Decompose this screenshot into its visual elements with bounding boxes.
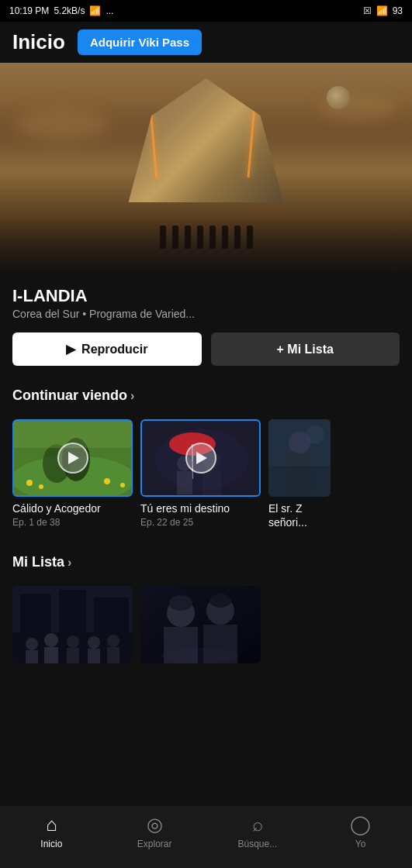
status-sim-icon: ☒ <box>363 5 372 16</box>
status-dots: ... <box>106 5 113 16</box>
svg-point-43 <box>169 595 192 611</box>
status-time: 10:19 PM <box>9 5 49 16</box>
status-network: 5.2kB/s <box>54 5 85 16</box>
mylist-title: Mi Lista › <box>12 554 400 570</box>
continue-watching-arrow[interactable]: › <box>130 389 134 403</box>
hero-banner <box>0 63 412 280</box>
svg-point-45 <box>161 648 239 663</box>
nav-item-profile[interactable]: ◯ Yo <box>309 814 412 849</box>
svg-point-31 <box>67 636 79 648</box>
play-overlay-2 <box>185 443 216 474</box>
continue-thumb-3[interactable] <box>268 419 331 497</box>
continue-card-1[interactable]: Cálido y Acogedor Ep. 1 de 38 <box>12 419 133 529</box>
play-triangle-1 <box>68 452 79 464</box>
explore-icon: ◎ <box>147 814 163 835</box>
continue-label-2: Tú eres mi destino <box>140 501 261 515</box>
play-triangle-2 <box>196 452 207 464</box>
svg-point-27 <box>26 638 38 650</box>
hero-info: I-LANDIA Corea del Sur • Programa de Var… <box>0 280 412 323</box>
continue-watching-section: Continuar viendo › <box>0 375 412 419</box>
mylist-button-label: + Mi Lista <box>277 343 334 356</box>
play-button-label: Reproducir <box>81 343 147 356</box>
svg-point-6 <box>104 478 110 484</box>
svg-rect-26 <box>94 598 129 632</box>
svg-point-4 <box>26 480 33 486</box>
add-to-mylist-button[interactable]: + Mi Lista <box>211 332 400 366</box>
continue-card-3-partial[interactable]: El sr. Z señori... <box>268 419 331 529</box>
hero-cloud1 <box>16 109 109 140</box>
svg-point-29 <box>44 633 58 647</box>
svg-rect-28 <box>26 650 38 663</box>
hero-planet <box>327 86 350 109</box>
continue-thumb-1[interactable] <box>12 419 133 497</box>
svg-rect-36 <box>107 647 119 663</box>
play-icon: ▶ <box>66 342 75 356</box>
nav-label-search: Búsque... <box>238 839 278 849</box>
mylist-row[interactable] <box>0 586 412 663</box>
continue-sublabel-2: Ep. 22 de 25 <box>140 517 261 528</box>
mylist-arrow[interactable]: › <box>68 556 71 570</box>
mylist-card-1[interactable] <box>12 586 133 663</box>
mylist-section: Mi Lista › <box>0 542 412 586</box>
home-icon: ⌂ <box>46 814 57 835</box>
status-battery: 93 <box>393 5 403 16</box>
svg-point-7 <box>120 483 125 487</box>
viki-pass-button[interactable]: Adquirir Viki Pass <box>78 29 202 55</box>
continue-label-3: El sr. Z señori... <box>268 501 331 529</box>
search-icon: ⌕ <box>252 814 263 835</box>
app-header: Inicio Adquirir Viki Pass <box>0 22 412 63</box>
nav-label-explore: Explorar <box>137 839 172 849</box>
svg-point-5 <box>39 484 43 489</box>
continue-watching-title: Continuar viendo › <box>12 388 400 404</box>
continue-thumb-2[interactable] <box>140 419 261 497</box>
hero-action-buttons: ▶ Reproducir + Mi Lista <box>0 323 412 375</box>
nav-item-explore[interactable]: ◎ Explorar <box>103 814 206 849</box>
hero-title: I-LANDIA <box>12 286 400 306</box>
svg-point-44 <box>209 594 231 608</box>
svg-rect-25 <box>59 590 86 632</box>
continue-label-1: Cálido y Acogedor <box>12 501 133 515</box>
status-signal-icon: 📶 <box>89 5 101 16</box>
svg-rect-32 <box>67 648 79 663</box>
hero-subtitle: Corea del Sur • Programa de Varied... <box>12 308 400 320</box>
svg-rect-34 <box>88 649 100 663</box>
status-bar: 10:19 PM 5.2kB/s 📶 ... ☒ 📶 93 <box>0 0 412 22</box>
nav-item-home[interactable]: ⌂ Inicio <box>0 814 103 849</box>
continue-card-2[interactable]: Tú eres mi destino Ep. 22 de 25 <box>140 419 261 529</box>
play-button[interactable]: ▶ Reproducir <box>12 332 202 366</box>
nav-label-yo: Yo <box>355 839 366 849</box>
nav-label-home: Inicio <box>40 839 62 849</box>
hero-gradient-overlay <box>0 218 412 280</box>
nav-item-search[interactable]: ⌕ Búsque... <box>206 814 310 849</box>
play-overlay-1 <box>57 443 88 474</box>
profile-icon: ◯ <box>350 814 371 835</box>
svg-rect-24 <box>20 594 51 632</box>
status-wifi-icon: 📶 <box>376 5 388 16</box>
continue-watching-row[interactable]: Cálido y Acogedor Ep. 1 de 38 <box>0 419 412 529</box>
svg-rect-20 <box>268 466 331 497</box>
page-title: Inicio <box>12 30 65 54</box>
svg-rect-30 <box>44 647 58 663</box>
bottom-navigation: ⌂ Inicio ◎ Explorar ⌕ Búsque... ◯ Yo <box>0 806 412 868</box>
svg-point-33 <box>88 636 100 649</box>
continue-sublabel-1: Ep. 1 de 38 <box>12 517 133 528</box>
svg-point-35 <box>107 635 119 647</box>
mylist-card-2[interactable] <box>140 586 261 663</box>
svg-point-21 <box>306 425 324 444</box>
